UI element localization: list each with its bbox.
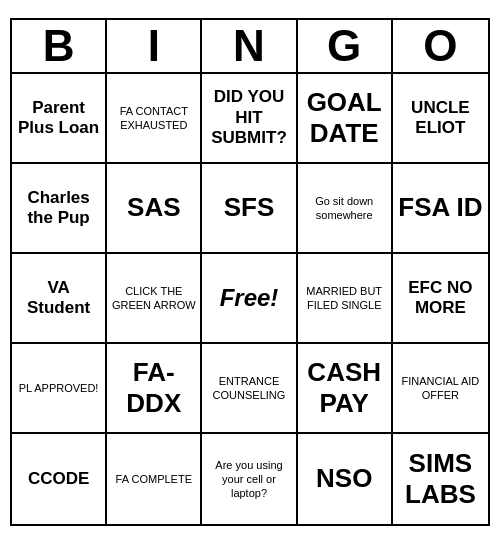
bingo-cell-19: FINANCIAL AID OFFER [393, 344, 488, 434]
cell-text-5: Charles the Pup [16, 188, 101, 229]
cell-text-24: SIMS LABS [397, 448, 484, 510]
bingo-cell-0: Parent Plus Loan [12, 74, 107, 164]
bingo-cell-24: SIMS LABS [393, 434, 488, 524]
cell-text-0: Parent Plus Loan [16, 98, 101, 139]
header-letter-g: G [298, 20, 393, 72]
cell-text-4: UNCLE ELIOT [397, 98, 484, 139]
bingo-grid: Parent Plus LoanFA CONTACT EXHAUSTEDDID … [12, 74, 488, 524]
cell-text-22: Are you using your cell or laptop? [206, 458, 291, 501]
cell-text-15: PL APPROVED! [19, 381, 99, 395]
cell-text-1: FA CONTACT EXHAUSTED [111, 104, 196, 133]
bingo-header: BINGO [12, 20, 488, 74]
bingo-cell-3: GOAL DATE [298, 74, 393, 164]
cell-text-17: ENTRANCE COUNSELING [206, 374, 291, 403]
header-letter-n: N [202, 20, 297, 72]
header-letter-o: O [393, 20, 488, 72]
bingo-cell-23: NSO [298, 434, 393, 524]
bingo-cell-5: Charles the Pup [12, 164, 107, 254]
bingo-card: BINGO Parent Plus LoanFA CONTACT EXHAUST… [10, 18, 490, 526]
cell-text-8: Go sit down somewhere [302, 194, 387, 223]
cell-text-16: FA-DDX [111, 357, 196, 419]
cell-text-12: Free! [220, 284, 279, 313]
cell-text-19: FINANCIAL AID OFFER [397, 374, 484, 403]
header-letter-b: B [12, 20, 107, 72]
cell-text-3: GOAL DATE [302, 87, 387, 149]
cell-text-9: FSA ID [398, 192, 482, 223]
bingo-cell-8: Go sit down somewhere [298, 164, 393, 254]
bingo-cell-18: CASH PAY [298, 344, 393, 434]
header-letter-i: I [107, 20, 202, 72]
cell-text-18: CASH PAY [302, 357, 387, 419]
cell-text-20: CCODE [28, 469, 89, 489]
bingo-cell-13: MARRIED BUT FILED SINGLE [298, 254, 393, 344]
bingo-cell-15: PL APPROVED! [12, 344, 107, 434]
bingo-cell-11: CLICK THE GREEN ARROW [107, 254, 202, 344]
bingo-cell-17: ENTRANCE COUNSELING [202, 344, 297, 434]
cell-text-11: CLICK THE GREEN ARROW [111, 284, 196, 313]
cell-text-7: SFS [224, 192, 275, 223]
bingo-cell-12: Free! [202, 254, 297, 344]
bingo-cell-7: SFS [202, 164, 297, 254]
bingo-cell-21: FA COMPLETE [107, 434, 202, 524]
bingo-cell-14: EFC NO MORE [393, 254, 488, 344]
bingo-cell-6: SAS [107, 164, 202, 254]
cell-text-13: MARRIED BUT FILED SINGLE [302, 284, 387, 313]
bingo-cell-10: VA Student [12, 254, 107, 344]
cell-text-23: NSO [316, 463, 372, 494]
cell-text-14: EFC NO MORE [397, 278, 484, 319]
cell-text-6: SAS [127, 192, 180, 223]
bingo-cell-9: FSA ID [393, 164, 488, 254]
cell-text-2: DID YOU HIT SUBMIT? [206, 87, 291, 148]
bingo-cell-4: UNCLE ELIOT [393, 74, 488, 164]
bingo-cell-22: Are you using your cell or laptop? [202, 434, 297, 524]
bingo-cell-20: CCODE [12, 434, 107, 524]
bingo-cell-1: FA CONTACT EXHAUSTED [107, 74, 202, 164]
bingo-cell-2: DID YOU HIT SUBMIT? [202, 74, 297, 164]
cell-text-21: FA COMPLETE [116, 472, 192, 486]
cell-text-10: VA Student [16, 278, 101, 319]
bingo-cell-16: FA-DDX [107, 344, 202, 434]
